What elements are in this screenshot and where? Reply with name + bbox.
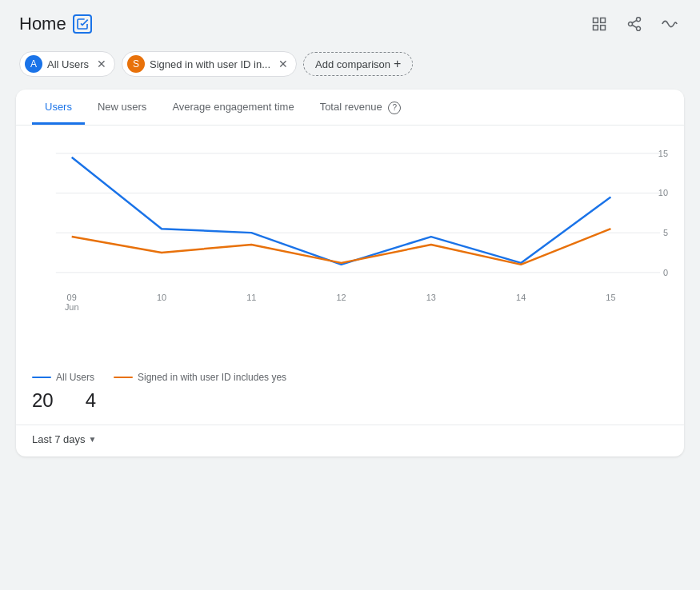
legend-item-all-users: All Users xyxy=(32,372,94,383)
card-tab-bar: Users New users Average engagement time … xyxy=(16,90,684,126)
svg-rect-2 xyxy=(594,26,598,30)
share-button[interactable] xyxy=(623,13,646,35)
signed-in-value: 4 xyxy=(86,389,96,412)
filter-chip-all-users[interactable]: A All Users ✕ xyxy=(19,51,115,77)
header-left: Home xyxy=(19,14,92,34)
home-icon[interactable] xyxy=(73,14,92,34)
signed-in-avatar: S xyxy=(127,55,145,73)
svg-text:Jun: Jun xyxy=(65,301,79,311)
svg-text:12: 12 xyxy=(336,292,346,301)
filter-chip-signed-in[interactable]: S Signed in with user ID in... ✕ xyxy=(122,51,297,77)
svg-text:10: 10 xyxy=(658,188,668,197)
main-card: Users New users Average engagement time … xyxy=(16,90,684,456)
header-actions xyxy=(588,13,681,35)
chart-container: 15 10 5 0 09 Jun 10 11 12 13 14 15 xyxy=(16,126,684,365)
signed-in-legend-label: Signed in with user ID includes yes xyxy=(138,372,286,383)
total-revenue-question-icon: ? xyxy=(388,102,401,114)
signed-in-value-item: 4 xyxy=(86,389,96,412)
svg-point-5 xyxy=(629,22,633,26)
header: Home xyxy=(0,0,700,45)
svg-text:14: 14 xyxy=(516,292,526,301)
signed-in-label: Signed in with user ID in... xyxy=(150,58,270,70)
svg-line-7 xyxy=(632,25,637,27)
svg-text:09: 09 xyxy=(67,292,77,301)
all-users-legend-label: All Users xyxy=(56,372,94,383)
tab-avg-engagement[interactable]: Average engagement time xyxy=(159,90,306,125)
tab-new-users[interactable]: New users xyxy=(85,90,159,125)
tab-users[interactable]: Users xyxy=(32,90,85,125)
add-comparison-button[interactable]: Add comparison + xyxy=(303,52,413,76)
all-users-value: 20 xyxy=(32,389,54,412)
all-users-label: All Users xyxy=(47,58,89,70)
date-range-label: Last 7 days xyxy=(32,433,86,445)
svg-point-4 xyxy=(637,18,641,22)
date-range-selector[interactable]: Last 7 days ▼ xyxy=(16,425,684,456)
svg-rect-3 xyxy=(601,26,606,30)
page-title: Home xyxy=(19,14,66,34)
svg-line-8 xyxy=(632,20,637,22)
insights-button[interactable] xyxy=(658,13,681,35)
all-users-value-item: 20 xyxy=(32,389,54,412)
svg-text:11: 11 xyxy=(246,292,256,301)
legend-item-signed-in: Signed in with user ID includes yes xyxy=(114,372,286,383)
svg-rect-1 xyxy=(601,18,606,23)
add-comparison-label: Add comparison xyxy=(315,58,390,70)
all-users-line xyxy=(72,157,611,264)
customize-dashboard-button[interactable] xyxy=(588,13,610,35)
svg-text:5: 5 xyxy=(663,228,668,237)
svg-text:15: 15 xyxy=(658,148,668,157)
svg-point-6 xyxy=(637,26,641,30)
signed-in-legend-line xyxy=(114,377,133,378)
line-chart: 15 10 5 0 09 Jun 10 11 12 13 14 15 xyxy=(32,138,668,359)
svg-text:13: 13 xyxy=(426,292,436,301)
signed-in-close-icon[interactable]: ✕ xyxy=(278,58,288,70)
svg-text:15: 15 xyxy=(606,292,615,301)
chart-legend: All Users Signed in with user ID include… xyxy=(16,365,684,386)
legend-values: 20 4 xyxy=(16,386,684,425)
filters-bar: A All Users ✕ S Signed in with user ID i… xyxy=(0,45,700,86)
all-users-avatar: A xyxy=(25,55,42,73)
add-comparison-plus-icon: + xyxy=(394,57,401,71)
tab-total-revenue[interactable]: Total revenue ? xyxy=(307,90,414,125)
all-users-close-icon[interactable]: ✕ xyxy=(97,58,106,70)
svg-text:10: 10 xyxy=(157,292,166,301)
date-range-chevron-icon: ▼ xyxy=(89,435,97,444)
svg-text:0: 0 xyxy=(663,267,668,277)
svg-rect-0 xyxy=(594,18,598,23)
all-users-legend-line xyxy=(32,377,51,378)
signed-in-line xyxy=(72,229,611,265)
